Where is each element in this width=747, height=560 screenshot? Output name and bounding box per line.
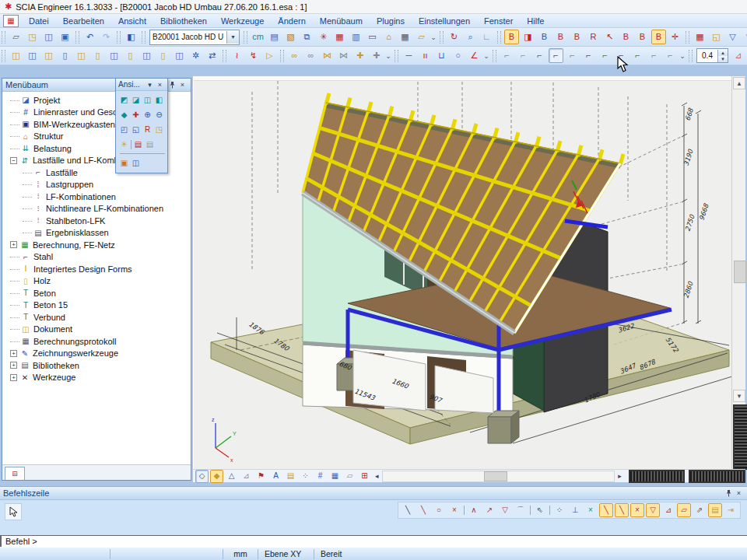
profile-3-icon[interactable]: ⌐	[532, 48, 547, 63]
snap-arrow-icon[interactable]: ↗	[482, 503, 496, 517]
tree-item-dokument[interactable]: ◫Dokument	[4, 324, 191, 336]
loadcase-pointer-icon[interactable]: ↖	[602, 30, 617, 44]
volumes-icon[interactable]: △	[225, 470, 238, 483]
rotate-wheel-vertical[interactable]	[733, 404, 747, 470]
tree-item-beton[interactable]: TBeton	[4, 287, 191, 299]
horizontal-scrollbar[interactable]	[382, 471, 615, 482]
zoom-in-icon[interactable]: ⊕	[142, 109, 153, 121]
tree-item-stahlbeton-lfk[interactable]: ⁝Stahlbeton-LFK	[4, 215, 191, 227]
tree-item-berechnungsprotokoll[interactable]: ▦Berechnungsprotokoll	[4, 335, 191, 348]
status-plane[interactable]: Ebene XY	[258, 549, 314, 559]
snap-line-1-icon[interactable]: ╲	[599, 503, 613, 517]
stamp-icon[interactable]: ▤	[284, 470, 297, 483]
tree-item-integriertes-design-forms[interactable]: ⅠIntegriertes Design Forms	[4, 263, 191, 275]
profile-10-icon[interactable]: ⌐	[647, 48, 661, 63]
circle-icon[interactable]: ○	[451, 48, 465, 63]
clip-box-icon[interactable]: ▣	[118, 157, 130, 169]
polyline-icon[interactable]: ⊔	[434, 48, 449, 63]
tree-item-nichtlineare-lf-kombinationen[interactable]: ⁝Nichtlineare LF-Kombinationen	[4, 203, 191, 215]
snap-angle-icon[interactable]: ⊿	[661, 503, 675, 517]
snap-tri-icon[interactable]: ▽	[646, 503, 660, 517]
lightning-icon[interactable]: ↯	[246, 48, 261, 63]
slab-icon[interactable]: ◫	[107, 48, 121, 63]
app-menu-icon[interactable]: ▦	[3, 15, 19, 27]
picture-icon[interactable]: ▧	[283, 30, 298, 44]
labels-icon[interactable]: A	[269, 470, 282, 483]
tree-item-holz[interactable]: ▯Holz	[4, 275, 191, 288]
save-all-icon[interactable]: ◫	[41, 30, 56, 44]
copy-picture-icon[interactable]: ⧉	[300, 30, 314, 44]
menu-menbaum[interactable]: Menübaum	[313, 15, 370, 27]
calculator-icon[interactable]: ▦	[398, 30, 412, 44]
line-red-icon[interactable]: ─	[402, 48, 416, 63]
snap-peak-icon[interactable]: ∧	[467, 503, 481, 517]
menu-bearbeiten[interactable]: Bearbeiten	[56, 15, 111, 27]
scroll-down-icon[interactable]: ▼	[733, 390, 745, 402]
overflow-chevron-icon[interactable]: ⌄	[679, 52, 686, 60]
close-icon[interactable]: ×	[734, 488, 744, 498]
chevron-down-icon[interactable]: ▾	[226, 31, 239, 44]
hscroll-thumb[interactable]	[484, 471, 507, 481]
view-side-icon[interactable]: ◫	[142, 94, 153, 106]
menu-hilfe[interactable]: Hilfe	[520, 15, 551, 27]
table-results-icon[interactable]: ▦	[332, 30, 347, 44]
tree-item-lf-kombinationen[interactable]: ⁝LF-Kombinationen	[4, 191, 191, 203]
wheel-icon[interactable]: ✳	[316, 30, 331, 44]
clip-plane-icon[interactable]: ◫	[130, 157, 142, 169]
tree-item-beton-15[interactable]: TBeton 15	[4, 299, 191, 312]
spin-up-icon[interactable]: ▲	[718, 50, 728, 56]
snap-table-icon[interactable]: ▤	[708, 503, 722, 517]
filter-off-icon[interactable]: ▽	[742, 30, 747, 44]
snap-trim-icon[interactable]: ×	[584, 503, 598, 517]
loadcase-window-icon[interactable]: ◨	[521, 30, 535, 44]
units-cm-icon[interactable]: cm	[251, 30, 265, 44]
profile-4-icon[interactable]: ⌐	[549, 48, 563, 63]
overflow-chevron-icon[interactable]: ⌄	[384, 52, 392, 60]
sidebar-tab-tree[interactable]: ⊟	[5, 467, 25, 480]
scroll-up-icon[interactable]: ▲	[733, 77, 745, 89]
tree-item-verbund[interactable]: TVerbund	[4, 311, 191, 324]
close-icon[interactable]: ×	[177, 80, 188, 89]
view-front-icon[interactable]: ◪	[130, 94, 142, 106]
plate-icon[interactable]: ▯	[58, 48, 72, 63]
snap-endpoint-icon[interactable]: ╲	[401, 503, 415, 517]
undo-icon[interactable]: ↶	[82, 30, 97, 44]
table-window-icon[interactable]: ▥	[349, 30, 363, 44]
snap-midpoint-icon[interactable]: ╲	[416, 503, 430, 517]
expand-icon[interactable]: +	[10, 350, 17, 357]
snap-grid-icon[interactable]: ⁘	[552, 503, 566, 517]
engineering-report-icon[interactable]: ⌂	[381, 30, 396, 44]
snap-intersection-icon[interactable]: ×	[447, 503, 461, 517]
dimension-icon[interactable]: ⊿	[240, 470, 253, 483]
zoom-out-icon[interactable]: ⊖	[153, 109, 165, 121]
flag-yellow-icon[interactable]: ▷	[262, 48, 277, 63]
view-toolbar-header[interactable]: Ansi... ▾ ×	[116, 79, 167, 91]
target-icon[interactable]: ✛	[668, 30, 682, 44]
tree-item-stahl[interactable]: ⌐Stahl	[4, 251, 191, 264]
profile-7-icon[interactable]: ⌐	[598, 48, 612, 63]
menu-bibliotheken[interactable]: Bibliotheken	[153, 15, 214, 27]
swap-icon[interactable]: ⇄	[205, 48, 219, 63]
tree-item-ergebnisklassen[interactable]: ▤Ergebnisklassen	[4, 227, 191, 240]
loadcase-minus-icon[interactable]: B	[635, 30, 650, 44]
close-project-icon[interactable]: ◧	[124, 30, 139, 44]
menu-datei[interactable]: Datei	[22, 15, 56, 27]
menu-ndern[interactable]: Ändern	[271, 15, 312, 27]
new-document-icon[interactable]: ▱	[9, 30, 23, 44]
loadcase-icon[interactable]: B	[504, 30, 519, 44]
opening-icon[interactable]: ▯	[123, 48, 138, 63]
view-top-icon[interactable]: ◩	[118, 94, 130, 106]
flag-icon[interactable]: ⚑	[254, 470, 268, 483]
3d-canvas[interactable]: 6683190275028609668187617806801660907115…	[193, 76, 731, 469]
tree-item-lastgruppen[interactable]: ⁞Lastgruppen	[4, 179, 191, 191]
loadcase-add-icon[interactable]: B	[537, 30, 552, 44]
wall-icon[interactable]: ◫	[74, 48, 89, 63]
loadcase-b-icon[interactable]: B	[570, 30, 584, 44]
hinge-icon[interactable]: ▯	[156, 48, 170, 63]
camera-off-icon[interactable]: ▤	[144, 138, 156, 150]
snap-arc-icon[interactable]: ⌒	[514, 503, 528, 517]
vscroll-thumb[interactable]	[734, 261, 746, 283]
open-icon[interactable]: ◳	[25, 30, 40, 44]
rafter-icon[interactable]: ◫	[41, 48, 56, 63]
cross-link-icon[interactable]: ✲	[188, 48, 203, 63]
